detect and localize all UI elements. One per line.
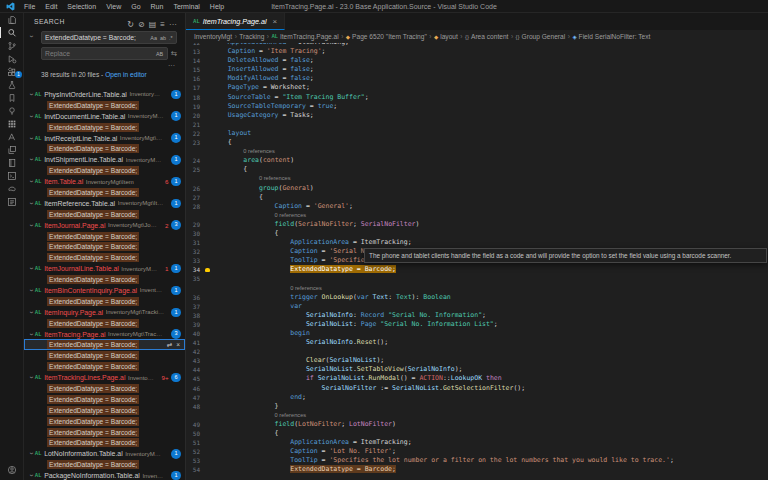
chevron-down-icon[interactable]: › [28, 268, 35, 270]
menu-run[interactable]: Run [146, 0, 169, 13]
menu-file[interactable]: File [19, 0, 40, 13]
dismiss-match-icon[interactable]: × [176, 341, 180, 349]
search-result-match-row[interactable]: ExtendedDatatype = Barcode; [24, 459, 185, 470]
search-result-match-row[interactable]: ExtendedDatatype = Barcode; [24, 296, 185, 307]
collapse-all-icon[interactable]: ≡ [158, 20, 167, 29]
search-result-match-row[interactable]: ExtendedDatatype = Barcode; [24, 394, 185, 405]
search-result-match-row[interactable]: ExtendedDatatype = Barcode; [24, 318, 185, 329]
lightbulb-icon[interactable] [203, 265, 212, 274]
search-result-file-row[interactable]: ›ALItemTrackingLines.Page.alInventory...… [24, 372, 185, 383]
search-result-match-row[interactable]: ExtendedDatatype = Barcode; [24, 383, 185, 394]
codelens-references[interactable]: 0 references [186, 174, 768, 183]
search-result-file-row[interactable]: ›ALItemTracing.Page.alInventoryMgt\Track… [24, 329, 185, 340]
search-result-file-row[interactable]: ›ALInvtShipmentLine.Table.alInventoryMgt… [24, 154, 185, 165]
search-result-match-row[interactable]: ExtendedDatatype = Barcode; [24, 361, 185, 372]
remote-icon[interactable] [0, 182, 24, 195]
search-result-file-row[interactable]: ›ALPackageNoInformation.Table.alInventor… [24, 470, 185, 480]
chevron-down-icon[interactable]: › [28, 93, 35, 95]
search-result-file-row[interactable]: ›ALInvtDocumentLine.Table.alInventoryMgt… [24, 111, 185, 122]
run-debug-icon[interactable] [0, 52, 24, 65]
menu-view[interactable]: View [101, 0, 126, 13]
search-result-file-row[interactable]: ›ALInvtReceiptLine.Table.alInventoryMgt\… [24, 133, 185, 144]
search-result-match-row[interactable]: ExtendedDatatype = Barcode; [24, 100, 185, 111]
search-result-file-row[interactable]: ›ALPhysInvtOrderLine.Table.alInventoryMg… [24, 89, 185, 100]
search-input[interactable] [45, 34, 149, 41]
al-language-icon[interactable] [0, 130, 24, 143]
layers-icon[interactable] [0, 143, 24, 156]
grid-icon[interactable] [0, 117, 24, 130]
codelens-references[interactable]: 0 references [186, 284, 768, 293]
tab-itemtracing[interactable]: AL ItemTracing.Page.al × [186, 13, 285, 30]
chevron-down-icon[interactable]: › [28, 376, 35, 378]
refresh-icon[interactable]: ↻ [125, 20, 136, 29]
chevron-down-icon[interactable]: › [28, 115, 35, 117]
search-result-file-row[interactable]: ›ALItemJournal.Page.alInventoryMgt\Jou..… [24, 220, 185, 231]
replace-input[interactable] [45, 50, 155, 57]
breadcrumb-item[interactable]: ◆Page 6520 "Item Tracing" [346, 33, 427, 40]
whole-word-icon[interactable]: ab [158, 35, 167, 41]
replace-match-icon[interactable]: ⇄ [167, 341, 172, 349]
notebook-icon[interactable] [0, 156, 24, 169]
search-result-match-row[interactable]: ExtendedDatatype = Barcode; [24, 122, 185, 133]
search-result-match-row[interactable]: ExtendedDatatype = Barcode; [24, 241, 185, 252]
lightbulb-icon[interactable] [0, 104, 24, 117]
search-result-file-row[interactable]: ›ALItemJournalLine.Table.alInventoryMgt.… [24, 263, 185, 274]
testing-icon[interactable] [0, 78, 24, 91]
clear-results-icon[interactable]: ⊘ [136, 20, 147, 29]
search-result-match-row[interactable]: ExtendedDatatype = Barcode; [24, 427, 185, 438]
preserve-case-icon[interactable]: AB [155, 51, 165, 57]
search-result-match-row[interactable]: ExtendedDatatype = Barcode;⇄× [24, 339, 185, 350]
regex-icon[interactable]: .* [167, 35, 174, 41]
search-result-file-row[interactable]: ›ALItemReference.Table.alInventoryMgt\It… [24, 198, 185, 209]
breadcrumb-item[interactable]: Tracking [239, 33, 264, 40]
search-result-match-row[interactable]: ExtendedDatatype = Barcode; [24, 405, 185, 416]
bookmarks-icon[interactable] [0, 91, 24, 104]
toggle-replace-chevron-icon[interactable]: › [28, 35, 35, 37]
chevron-down-icon[interactable]: › [28, 224, 35, 226]
search-result-match-row[interactable]: ExtendedDatatype = Barcode; [24, 252, 185, 263]
codelens-references[interactable]: 0 references [186, 147, 768, 156]
search-icon[interactable] [0, 26, 24, 39]
search-result-match-row[interactable]: ExtendedDatatype = Barcode; [24, 274, 185, 285]
search-result-match-row[interactable]: ExtendedDatatype = Barcode; [24, 231, 185, 242]
search-result-file-row[interactable]: ›ALItemInquiry.Page.alInventoryMgt\Track… [24, 307, 185, 318]
chevron-down-icon[interactable]: › [28, 137, 35, 139]
codelens-references[interactable]: 0 references [186, 411, 768, 420]
chevron-down-icon[interactable]: › [28, 159, 35, 161]
menu-selection[interactable]: Selection [62, 0, 101, 13]
tab-close-icon[interactable]: × [273, 17, 278, 26]
menu-terminal[interactable]: Terminal [168, 0, 204, 13]
extensions-icon[interactable]: 1 [0, 65, 24, 78]
breadcrumb-item[interactable]: {}Group General [516, 33, 566, 40]
chevron-down-icon[interactable]: › [28, 180, 35, 182]
source-control-icon[interactable] [0, 39, 24, 52]
account-icon[interactable] [0, 463, 24, 476]
terminal-box-icon[interactable] [0, 169, 24, 182]
search-result-match-row[interactable]: ExtendedDatatype = Barcode; [24, 350, 185, 361]
chevron-down-icon[interactable]: › [28, 202, 35, 204]
search-result-match-row[interactable]: ExtendedDatatype = Barcode; [24, 165, 185, 176]
search-result-match-row[interactable]: ExtendedDatatype = Barcode; [24, 143, 185, 154]
match-case-icon[interactable]: Aa [149, 35, 159, 41]
chevron-down-icon[interactable]: › [28, 333, 35, 335]
chevron-down-icon[interactable]: › [28, 289, 35, 291]
search-result-match-row[interactable]: ExtendedDatatype = Barcode; [24, 438, 185, 449]
search-result-file-row[interactable]: ›ALItem.Table.alInventoryMgt\Item61 [24, 176, 185, 187]
chevron-down-icon[interactable]: › [28, 474, 35, 476]
toggle-search-details-icon[interactable]: ··· [24, 63, 175, 68]
replace-all-icon[interactable]: ⇆ [171, 49, 177, 58]
output-list-icon[interactable] [0, 195, 24, 208]
more-icon[interactable]: ··· [167, 20, 179, 29]
breadcrumb-item[interactable]: {}Area content [465, 33, 508, 40]
search-result-match-row[interactable]: ExtendedDatatype = Barcode; [24, 187, 185, 198]
codelens-references[interactable]: 0 references [186, 211, 768, 220]
menu-edit[interactable]: Edit [40, 0, 62, 13]
search-result-match-row[interactable]: ExtendedDatatype = Barcode; [24, 209, 185, 220]
menu-go[interactable]: Go [126, 0, 145, 13]
breadcrumb-item[interactable]: ◆layout [434, 33, 458, 40]
menu-help[interactable]: Help [205, 0, 229, 13]
open-new-search-editor-icon[interactable]: ▤ [147, 20, 159, 29]
explorer-icon[interactable] [0, 13, 24, 26]
breadcrumb-item[interactable]: ◈Field SerialNoFilter: Text [572, 33, 650, 40]
search-result-match-row[interactable]: ExtendedDatatype = Barcode; [24, 416, 185, 427]
